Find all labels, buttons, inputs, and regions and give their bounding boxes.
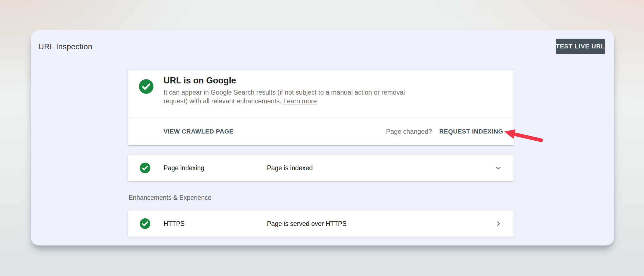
page-indexing-status: Page is indexed [267,164,313,172]
chevron-right-icon[interactable] [494,219,503,228]
page-indexing-card[interactable]: Page indexing Page is indexed [128,155,514,181]
verdict-title: URL is on Google [164,76,236,86]
page-indexing-label: Page indexing [164,164,204,172]
https-card[interactable]: HTTPS Page is served over HTTPS [128,210,514,237]
section-label-enhancements: Enhancements & Experience [129,194,212,202]
verdict-card: URL is on Google It can appear in Google… [128,70,514,145]
check-circle-icon [139,79,153,94]
main-panel: URL Inspection TEST LIVE URL URL is on G… [31,30,614,245]
learn-more-link[interactable]: Learn more [283,97,317,105]
page-background: URL Inspection TEST LIVE URL URL is on G… [0,0,644,276]
page-changed-label: Page changed? [386,128,432,135]
verdict-actions-bar: VIEW CRAWLED PAGE Page changed? REQUEST … [128,118,514,145]
https-status: Page is served over HTTPS [267,220,347,228]
test-live-url-button[interactable]: TEST LIVE URL [556,39,605,54]
check-circle-icon [140,218,150,229]
check-circle-icon [140,163,150,173]
chevron-down-icon[interactable] [494,164,503,172]
page-title: URL Inspection [38,42,92,51]
request-indexing-link[interactable]: REQUEST INDEXING [439,128,503,135]
test-live-url-label: TEST LIVE URL [556,43,605,50]
https-label: HTTPS [164,220,184,228]
verdict-description: It can appear in Google Search results (… [164,88,426,106]
view-crawled-page-link[interactable]: VIEW CRAWLED PAGE [164,128,234,135]
